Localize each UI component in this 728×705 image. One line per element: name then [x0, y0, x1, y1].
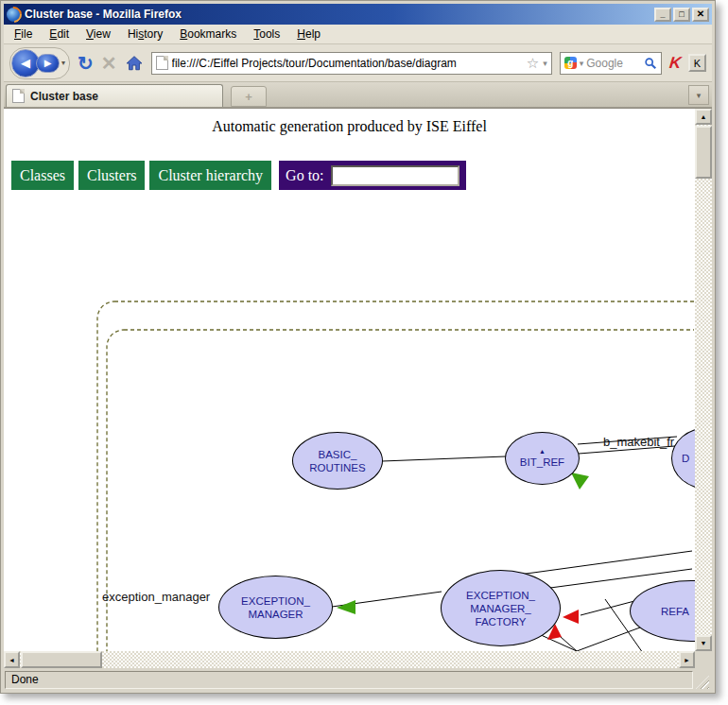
tab-strip: Cluster base + ▾	[4, 82, 712, 108]
reload-button[interactable]: ↻	[78, 54, 94, 73]
stop-button[interactable]: ✕	[101, 54, 117, 73]
firefox-icon	[7, 8, 21, 22]
maximize-button[interactable]: □	[673, 8, 690, 22]
tab-label: Cluster base	[30, 90, 98, 103]
minimize-button[interactable]: _	[654, 8, 671, 22]
deferred-marker-icon: ▲	[539, 448, 546, 456]
vertical-scroll-thumb[interactable]	[695, 126, 712, 179]
browser-window: Cluster base - Mozilla Firefox _ □ ✕ Fil…	[0, 0, 716, 694]
status-bar: Done	[4, 668, 712, 690]
menu-view[interactable]: View	[78, 25, 119, 43]
home-icon[interactable]	[125, 55, 144, 72]
window-title: Cluster base - Mozilla Firefox	[25, 8, 650, 21]
forward-button[interactable]: ▶	[36, 54, 60, 73]
class-node-bit-ref[interactable]: ▲ BIT_REF	[505, 432, 580, 485]
scroll-right-button[interactable]: ►	[679, 651, 695, 668]
url-text[interactable]: file:///C:/Eiffel Projects/tour/Document…	[172, 57, 523, 70]
vertical-scrollbar[interactable]: ▲ ▼	[695, 109, 712, 651]
tab-cluster-base[interactable]: Cluster base	[6, 84, 223, 107]
search-engine-dropdown-icon[interactable]: ▾	[580, 59, 584, 68]
search-input[interactable]: Google	[586, 57, 640, 70]
list-all-tabs-button[interactable]: ▾	[688, 85, 709, 105]
red-arrowhead-factory-upper	[563, 610, 579, 624]
back-forward-group: ◀ ▶ ▾	[9, 47, 70, 79]
scroll-down-button[interactable]: ▼	[695, 635, 712, 651]
class-node-exception-manager-factory[interactable]: EXCEPTION_ MANAGER_ FACTORY	[441, 570, 561, 646]
scroll-left-button[interactable]: ◄	[4, 651, 20, 668]
search-magnifier-icon[interactable]	[644, 57, 657, 70]
scrollbar-corner	[695, 651, 712, 668]
menu-edit[interactable]: Edit	[41, 25, 78, 43]
menu-bar: File Edit View History Bookmarks Tools H…	[4, 25, 712, 44]
url-dropdown-icon[interactable]: ▾	[543, 59, 547, 68]
page-favicon	[156, 56, 168, 70]
kaspersky-icon[interactable]: K	[668, 55, 682, 71]
menu-file[interactable]: File	[6, 25, 41, 43]
menu-history[interactable]: History	[119, 25, 171, 43]
close-button[interactable]: ✕	[692, 8, 709, 22]
resize-grip[interactable]	[696, 676, 709, 689]
green-arrowhead-exception-manager	[337, 600, 355, 614]
tab-favicon	[12, 89, 25, 103]
horizontal-scroll-thumb[interactable]	[21, 651, 102, 668]
history-dropdown-icon[interactable]: ▾	[61, 59, 65, 67]
google-icon	[564, 57, 577, 69]
edge-label-b-makebit: b_makebit_fr	[603, 435, 674, 449]
menu-help[interactable]: Help	[288, 25, 329, 43]
url-bar[interactable]: file:///C:/Eiffel Projects/tour/Document…	[151, 52, 552, 75]
menu-tools[interactable]: Tools	[245, 25, 288, 43]
horizontal-scrollbar[interactable]: ◄ ►	[4, 651, 695, 668]
cluster-label-exception-manager: exception_manager	[102, 590, 210, 604]
class-node-exception-manager[interactable]: EXCEPTION_ MANAGER	[218, 576, 333, 639]
page-viewport: Automatic generation produced by ISE Eif…	[4, 108, 712, 668]
menu-bookmarks[interactable]: Bookmarks	[171, 25, 245, 43]
k-extension-button[interactable]: K	[688, 54, 706, 72]
bookmark-star-icon[interactable]: ☆	[527, 56, 539, 70]
navigation-toolbar: ◀ ▶ ▾ ↻ ✕ file:///C:/Eiffel Projects/tou…	[4, 44, 712, 82]
title-bar: Cluster base - Mozilla Firefox _ □ ✕	[4, 4, 712, 25]
scroll-up-button[interactable]: ▲	[695, 109, 712, 125]
page-content: Automatic generation produced by ISE Eif…	[4, 109, 695, 651]
search-bar[interactable]: ▾ Google	[560, 52, 662, 75]
class-node-basic-routines[interactable]: BASIC_ ROUTINES	[292, 432, 383, 490]
new-tab-button[interactable]: +	[231, 86, 267, 107]
green-arrowhead-bitref	[571, 473, 589, 490]
diagram-edges	[4, 109, 694, 651]
status-text: Done	[5, 671, 693, 689]
